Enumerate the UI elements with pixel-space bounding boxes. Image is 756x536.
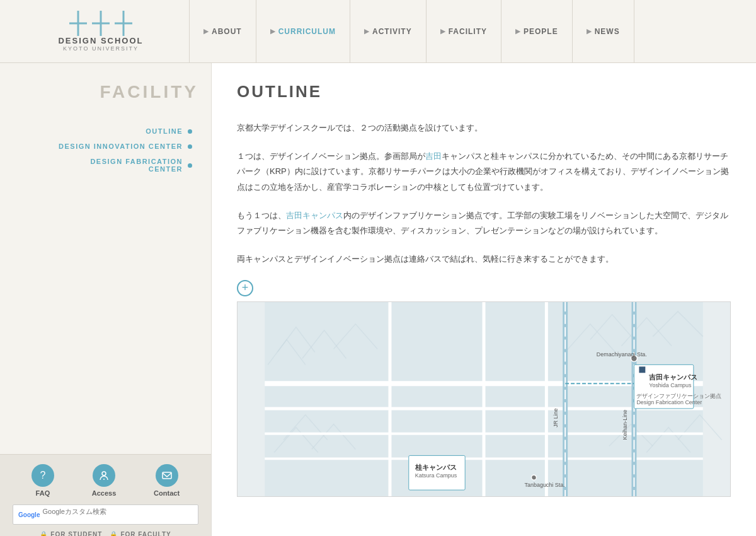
paragraph-2: １つは、デザインイノベーション拠点。参画部局が吉田キャンパスと桂キャンパスに分か… <box>237 149 731 195</box>
sidebar-nav-outline[interactable]: OUTLINE <box>146 127 192 135</box>
sidebar-nav-design-fabrication[interactable]: DESIGN FABRICATIONCENTER <box>90 158 192 173</box>
svg-text:Keihan-Line: Keihan-Line <box>622 410 628 440</box>
svg-text:Tanbaguchi Sta.: Tanbaguchi Sta. <box>525 482 565 488</box>
map-svg: Demachiyanagi Sta. 吉田キャンパス Yoshida Campu… <box>238 302 730 496</box>
access-label: Access <box>92 489 117 497</box>
search-input[interactable] <box>42 508 193 515</box>
svg-point-0 <box>102 472 106 475</box>
contact-item[interactable]: Contact <box>154 464 180 497</box>
lock-icon-student: 🔒 <box>40 531 48 536</box>
header: DESIGN SCHOOL KYOTO UNIVERSITY ▶ ABOUT ▶… <box>0 0 756 63</box>
logo-area: DESIGN SCHOOL KYOTO UNIVERSITY <box>13 11 189 52</box>
svg-text:吉田キャンパス: 吉田キャンパス <box>649 373 697 381</box>
bottom-links: 🔒 FOR STUDENT 🔒 FOR FACULTY <box>13 531 198 536</box>
zoom-button[interactable]: + <box>237 280 253 296</box>
svg-point-25 <box>532 475 537 480</box>
lock-icon-faculty: 🔒 <box>110 531 118 536</box>
sidebar-nav-design-innovation[interactable]: DESIGN INNOVATION CENTER <box>59 143 192 150</box>
svg-text:デザインファブリケーション拠点: デザインファブリケーション拠点 <box>636 393 721 399</box>
svg-text:Katsura Campus: Katsura Campus <box>415 472 457 479</box>
svg-rect-1 <box>163 472 171 479</box>
paragraph-3: もう１つは、吉田キャンパス内のデザインファブリケーション拠点です。工学部の実験工… <box>237 208 731 239</box>
nav-dot <box>188 144 192 149</box>
contact-label: Contact <box>154 489 180 497</box>
svg-text:JR Line: JR Line <box>553 408 559 427</box>
sidebar-nav: OUTLINE DESIGN INNOVATION CENTER DESIGN … <box>13 127 198 173</box>
logo-icon <box>69 11 132 36</box>
nav-dot-2 <box>188 163 192 168</box>
nav-item-curriculum[interactable]: ▶ CURRICULUM <box>256 0 350 62</box>
nav-item-people[interactable]: ▶ PEOPLE <box>501 0 573 62</box>
logo-text: DESIGN SCHOOL <box>58 36 143 45</box>
faq-icon[interactable]: ? <box>32 464 54 487</box>
svg-text:Demachiyanagi Sta.: Demachiyanagi Sta. <box>597 351 647 358</box>
svg-text:桂キャンパス: 桂キャンパス <box>415 463 457 471</box>
nav-item-facility[interactable]: ▶ FACILITY <box>427 0 501 62</box>
for-student-link[interactable]: 🔒 FOR STUDENT <box>40 531 102 536</box>
content-area: OUTLINE 京都大学デザインスクールでは、２つの活動拠点を設けています。 １… <box>211 63 756 536</box>
for-faculty-link[interactable]: 🔒 FOR FACULTY <box>110 531 171 536</box>
logo-subtext: KYOTO UNIVERSITY <box>63 45 139 52</box>
nav-item-activity[interactable]: ▶ ACTIVITY <box>350 0 427 62</box>
active-dot <box>188 129 192 134</box>
sidebar-bottom: ? FAQ Access <box>0 454 211 536</box>
map-container: Demachiyanagi Sta. 吉田キャンパス Yoshida Campu… <box>237 301 731 497</box>
faq-label: FAQ <box>36 489 50 497</box>
main-nav: ▶ ABOUT ▶ CURRICULUM ▶ ACTIVITY ▶ FACILI… <box>189 0 634 62</box>
paragraph-1: 京都大学デザインスクールでは、２つの活動拠点を設けています。 <box>237 120 731 136</box>
nav-item-news[interactable]: ▶ NEWS <box>573 0 634 62</box>
sidebar: FACILITY OUTLINE DESIGN INNOVATION CENTE… <box>0 63 211 454</box>
contact-icon[interactable] <box>156 464 178 487</box>
yoshida-link[interactable]: 吉田 <box>425 151 442 161</box>
main-content: FACILITY OUTLINE DESIGN INNOVATION CENTE… <box>0 63 756 536</box>
page-title: OUTLINE <box>237 82 731 102</box>
bottom-icons: ? FAQ Access <box>13 464 198 497</box>
nav-item-about[interactable]: ▶ ABOUT <box>190 0 256 62</box>
yoshida-campus-link[interactable]: 吉田キャンパス <box>286 211 343 220</box>
access-icon[interactable] <box>93 464 115 487</box>
svg-rect-17 <box>639 366 645 373</box>
access-item[interactable]: Access <box>92 464 117 497</box>
sidebar-title: FACILITY <box>13 82 198 102</box>
svg-text:Design Fabrication Center: Design Fabrication Center <box>636 399 702 405</box>
faq-item[interactable]: ? FAQ <box>32 464 54 497</box>
svg-text:Yoshida Campus: Yoshida Campus <box>649 382 692 388</box>
paragraph-4: 両キャンパスとデザインイノベーション拠点は連絡バスで結ばれ、気軽に行き来すること… <box>237 252 731 267</box>
